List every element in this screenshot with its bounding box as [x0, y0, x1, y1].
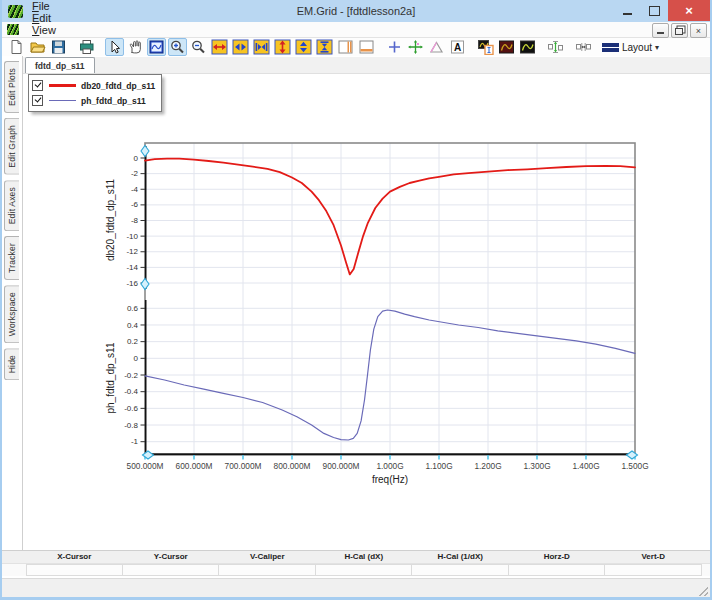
text-a-icon: A	[449, 39, 466, 55]
legend-row: db20_fdtd_dp_s11	[32, 78, 155, 93]
legend-box[interactable]: db20_fdtd_dp_s11ph_fdtd_dp_s11	[28, 74, 162, 112]
mdi-minimize-button[interactable]	[652, 23, 669, 38]
y-tick-label: -2	[131, 169, 139, 178]
resize-grip-icon[interactable]	[697, 585, 708, 596]
plus-crosshair-icon	[386, 39, 403, 55]
menu-view[interactable]: View	[25, 24, 84, 36]
open-file-button[interactable]	[28, 38, 47, 56]
print-icon	[78, 39, 95, 55]
x-tick-label: 1.100G	[425, 461, 452, 471]
shrink-x-button[interactable]	[231, 38, 250, 56]
zoom-out-button[interactable]	[189, 38, 208, 56]
minimize-button[interactable]	[614, 0, 641, 21]
copy-plot-button[interactable]	[476, 38, 495, 56]
x-tick-label: 1.500G	[621, 461, 648, 471]
y-tick-label: 0	[134, 354, 139, 363]
layout-menu-button[interactable]: Layout ▾	[602, 42, 659, 53]
layout-label: Layout	[622, 42, 652, 53]
copy-plot-icon	[477, 39, 494, 55]
expand-x-icon	[211, 39, 228, 55]
x-tick-label: 600.000M	[176, 461, 213, 471]
chevron-down-icon: ▾	[655, 43, 659, 52]
legend-line-sample	[49, 84, 76, 87]
y-tick-label: -0.8	[124, 421, 138, 430]
shrink-y-button[interactable]	[294, 38, 313, 56]
axes-crosshair-icon	[407, 39, 424, 55]
zoom-in-button[interactable]	[168, 38, 187, 56]
axis-handle-middle[interactable]	[141, 279, 149, 290]
expand-x-button[interactable]	[210, 38, 229, 56]
status-header-h-cal-dx-: H-Cal (dX)	[316, 551, 413, 563]
fit-x-button[interactable]	[252, 38, 271, 56]
mdi-restore-button[interactable]	[671, 23, 688, 38]
status-header-h-cal-1-dx-: H-Cal (1/dX)	[412, 551, 509, 563]
status-cell	[123, 564, 220, 576]
close-icon: ×	[685, 3, 693, 18]
status-header-horz-d: Horz-D	[509, 551, 606, 563]
plot-style-black-button[interactable]	[518, 38, 537, 56]
fit-y-button[interactable]	[315, 38, 334, 56]
pointer-select-button[interactable]	[105, 38, 124, 56]
axes-tool-button[interactable]	[406, 38, 425, 56]
status-cell	[26, 564, 123, 576]
fit-x-icon	[253, 39, 270, 55]
menu-bar: FileEditViewWindowsHelp ×	[2, 22, 710, 38]
distribute-horizontal-icon	[575, 39, 592, 55]
new-document-button[interactable]	[7, 38, 26, 56]
axis-handle-left[interactable]	[143, 451, 154, 459]
y-tick-label: -4	[131, 185, 139, 194]
print-button[interactable]	[77, 38, 96, 56]
close-button[interactable]: ×	[668, 0, 710, 21]
status-cell	[316, 564, 413, 576]
mdi-restore-icon	[675, 28, 683, 35]
menu-file[interactable]: File	[25, 0, 84, 12]
legend-label: db20_fdtd_dp_s11	[81, 81, 155, 91]
zoom-plot-button[interactable]	[147, 38, 166, 56]
y-axis-title-top: db20_fdtd_dp_s11	[105, 179, 116, 262]
svg-text:A: A	[454, 42, 461, 53]
triangle-marker-button[interactable]	[427, 38, 446, 56]
pan-hand-button[interactable]	[126, 38, 145, 56]
distribute-horizontal-button[interactable]	[574, 38, 593, 56]
plot-window-icon	[148, 39, 165, 55]
legend-line-sample	[49, 100, 76, 102]
y-tick-label: -0.2	[124, 371, 138, 380]
zoom-in-icon	[169, 39, 186, 55]
x-tick-label: 500.000M	[127, 461, 164, 471]
expand-y-button[interactable]	[273, 38, 292, 56]
y-tick-label: -14	[126, 263, 138, 272]
mdi-close-button[interactable]: ×	[690, 23, 707, 38]
split-vertical-button[interactable]	[336, 38, 355, 56]
axis-handle-right[interactable]	[627, 451, 638, 459]
y-tick-label: 0.4	[127, 321, 139, 330]
split-vertical-icon	[337, 39, 354, 55]
menu-edit[interactable]: Edit	[25, 12, 84, 24]
maximize-button[interactable]	[641, 0, 668, 21]
save-button[interactable]	[49, 38, 68, 56]
status-header-vert-d: Vert-D	[605, 551, 702, 563]
y-tick-label: -1	[131, 437, 139, 446]
plot-canvas[interactable]: 0-2-4-6-8-10-12-14-160.60.40.20-0.2-0.4-…	[2, 56, 712, 496]
axis-handle-top[interactable]	[141, 146, 149, 157]
split-horizontal-button[interactable]	[357, 38, 376, 56]
window-title: EM.Grid - [fdtdlesson2a]	[2, 5, 710, 17]
minimize-icon	[623, 13, 632, 15]
text-tool-button[interactable]: A	[448, 38, 467, 56]
save-floppy-icon	[50, 39, 67, 55]
shrink-x-icon	[232, 39, 249, 55]
expand-y-icon	[274, 39, 291, 55]
legend-checkbox[interactable]	[32, 80, 43, 91]
status-cell	[509, 564, 606, 576]
shrink-y-icon	[295, 39, 312, 55]
add-marker-button[interactable]	[385, 38, 404, 56]
dark-red-plot-icon	[498, 39, 515, 55]
plot-style-dark-button[interactable]	[497, 38, 516, 56]
open-folder-icon	[29, 39, 46, 55]
black-plot-icon	[519, 39, 536, 55]
legend-checkbox[interactable]	[32, 95, 43, 106]
distribute-vertical-button[interactable]	[546, 38, 565, 56]
mdi-close-icon: ×	[696, 26, 701, 36]
x-tick-label: 1.200G	[474, 461, 501, 471]
window-status-bar	[2, 578, 710, 598]
fit-y-icon	[316, 39, 333, 55]
